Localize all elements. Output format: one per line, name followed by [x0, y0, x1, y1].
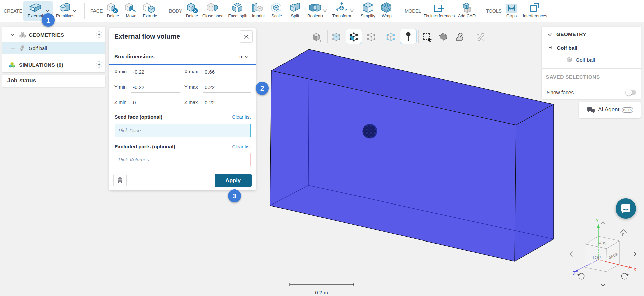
- svg-text:x: x: [634, 266, 636, 272]
- svg-text:AI: AI: [482, 38, 485, 42]
- svg-text:TOP: TOP: [592, 255, 601, 260]
- svg-text:y: y: [596, 217, 599, 222]
- svg-text:0.2 m: 0.2 m: [315, 290, 328, 295]
- svg-text:Z: Z: [573, 271, 576, 276]
